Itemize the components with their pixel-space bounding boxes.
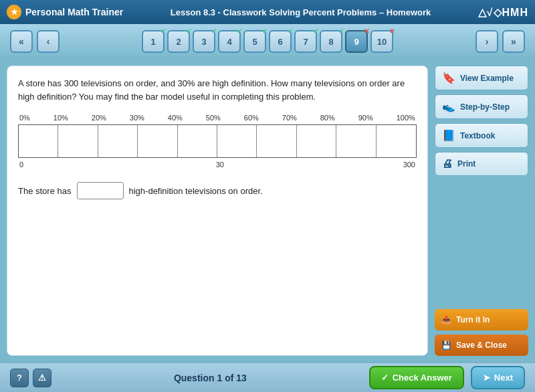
lesson-title-prefix: Lesson 8.3 - Classwork Solving Percent P…	[171, 7, 387, 17]
view-example-button[interactable]: 🔖 View Example	[435, 66, 528, 90]
bar-cell	[19, 125, 58, 157]
bar-cell	[336, 125, 376, 157]
question-text: A store has 300 televisions on order, an…	[18, 77, 417, 103]
bar-cell	[297, 125, 336, 157]
lesson-title: Lesson 8.3 - Classwork Solving Percent P…	[130, 7, 471, 17]
print-icon: 🖨	[442, 158, 453, 170]
question-num-6[interactable]: ✓6	[269, 30, 292, 53]
question-numbers: ✓1 ✓2 ✓3 ✓4 ✓5 ✓6 ✓7 ✓8 ✕9 ✕10	[64, 30, 471, 53]
answer-section: The store has high-definition television…	[18, 182, 417, 199]
bar-cell	[257, 125, 296, 157]
bar-label-30: 30	[216, 161, 224, 169]
bar-cell	[217, 125, 257, 157]
back-button[interactable]: ‹	[37, 30, 60, 53]
bar-bottom-labels: 0 30 300	[18, 161, 417, 169]
bar-label-0: 0	[19, 161, 23, 169]
step-by-step-button[interactable]: 👟 Step-by-Step	[435, 94, 528, 119]
print-button[interactable]: 🖨 Print	[435, 152, 528, 176]
bar-cell	[138, 125, 177, 157]
answer-input[interactable]	[77, 182, 124, 199]
step-by-step-icon: 👟	[442, 100, 455, 113]
app-logo: ★ Personal Math Trainer	[7, 5, 123, 19]
help-button[interactable]: ?	[10, 369, 29, 387]
bar-top-labels: 0% 10% 20% 30% 40% 50% 60% 70% 80% 90% 1…	[18, 114, 417, 122]
bar-model: 0% 10% 20% 30% 40% 50% 60% 70% 80% 90% 1…	[18, 114, 417, 169]
question-num-2[interactable]: ✓2	[167, 30, 190, 53]
question-panel: A store has 300 televisions on order, an…	[7, 66, 428, 356]
app-name: Personal Math Trainer	[25, 7, 123, 17]
back-fast-button[interactable]: «	[10, 30, 33, 53]
lesson-title-bold: Homework	[387, 7, 431, 17]
next-button[interactable]: ➤ Next	[471, 366, 525, 389]
check-answer-button[interactable]: ✓ Check Answer	[369, 366, 464, 389]
question-num-8[interactable]: ✓8	[320, 30, 342, 53]
turn-it-in-icon: 📤	[441, 315, 451, 324]
bar-cell	[58, 125, 98, 157]
question-num-5[interactable]: ✓5	[243, 30, 266, 53]
answer-prefix: The store has	[18, 186, 72, 196]
question-num-7[interactable]: ✓7	[294, 30, 317, 53]
forward-button[interactable]: ›	[475, 30, 498, 53]
question-num-4[interactable]: ✓4	[218, 30, 241, 53]
bar-label-300: 300	[403, 161, 415, 169]
question-num-1[interactable]: ✓1	[142, 30, 165, 53]
footer: ? ⚠ Question 1 of 13 ✓ Check Answer ➤ Ne…	[0, 363, 535, 392]
next-arrow-icon: ➤	[483, 373, 490, 383]
check-icon: ✓	[381, 373, 389, 383]
question-num-3[interactable]: ✓3	[193, 30, 215, 53]
bar-cell	[377, 125, 416, 157]
footer-icons: ? ⚠	[10, 369, 51, 387]
bar-cell	[178, 125, 217, 157]
textbook-button[interactable]: 📘 Textbook	[435, 123, 528, 148]
save-close-button[interactable]: 💾 Save & Close	[435, 334, 528, 356]
bar-grid	[18, 124, 417, 158]
question-num-9[interactable]: ✕9	[345, 30, 368, 53]
alert-button[interactable]: ⚠	[33, 369, 51, 387]
view-example-icon: 🔖	[442, 72, 455, 84]
bar-cell	[98, 125, 138, 157]
question-num-10[interactable]: ✕10	[370, 30, 393, 53]
logo-icon: ★	[7, 5, 21, 19]
right-spacer	[435, 180, 528, 305]
forward-fast-button[interactable]: »	[502, 30, 525, 53]
turn-it-in-button[interactable]: 📤 Turn it In	[435, 309, 528, 330]
header: ★ Personal Math Trainer Lesson 8.3 - Cla…	[0, 0, 535, 24]
answer-suffix: high-definition televisions on order.	[129, 186, 263, 196]
question-status: Question 1 of 13	[58, 373, 362, 383]
save-close-icon: 💾	[441, 340, 451, 350]
main-content: A store has 300 televisions on order, an…	[0, 59, 535, 363]
textbook-icon: 📘	[442, 129, 455, 142]
right-panel: 🔖 View Example 👟 Step-by-Step 📘 Textbook…	[435, 66, 528, 356]
hmh-logo: △√◇HMH	[478, 6, 528, 19]
nav-bar: « ‹ ✓1 ✓2 ✓3 ✓4 ✓5 ✓6 ✓7 ✓8 ✕9 ✕10	[0, 24, 535, 59]
